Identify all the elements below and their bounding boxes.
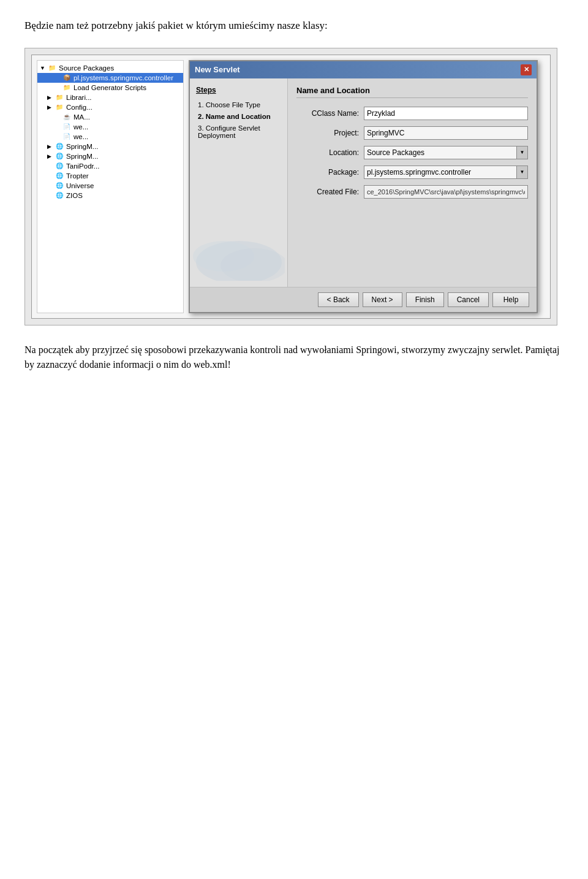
- step-label: Choose File Type: [206, 101, 260, 108]
- file-tree: ▼ 📁 Source Packages 📦 pl.jsystems.spring…: [37, 60, 184, 313]
- step-number: 3.: [198, 124, 204, 132]
- tree-arrow: ▶: [47, 94, 55, 101]
- tree-label: Config...: [66, 104, 92, 111]
- globe-icon: 🌐: [55, 162, 64, 170]
- location-label-text: Location:: [329, 148, 359, 157]
- dialog-body: Steps 1. Choose File Type 2. Name and Lo…: [190, 78, 537, 287]
- location-input[interactable]: [364, 146, 517, 159]
- tree-label: SpringM...: [66, 143, 98, 150]
- package-row: Package: ▼: [296, 166, 528, 179]
- tree-item-universe[interactable]: 🌐 Universe: [37, 181, 183, 191]
- content-title: Name and Location: [296, 86, 528, 98]
- new-servlet-dialog: New Servlet ✕ Steps 1. Choose File Type: [189, 60, 538, 313]
- globe-icon: 🌐: [55, 191, 64, 200]
- created-file-label-text: Created File:: [317, 188, 359, 196]
- tree-arrow: ▼: [40, 65, 47, 71]
- package-input[interactable]: [364, 166, 517, 179]
- created-file-row: Created File:: [296, 185, 528, 199]
- tree-label: Load Generator Scripts: [74, 84, 146, 91]
- step-label: Name and Location: [206, 113, 271, 120]
- location-input-container: ▼: [364, 146, 528, 159]
- finish-button[interactable]: Finish: [406, 292, 444, 307]
- page-wrapper: Będzie nam też potrzebny jakiś pakiet w …: [24, 18, 564, 879]
- tree-label: we...: [74, 133, 88, 140]
- created-file-label: Created File:: [296, 188, 364, 196]
- class-name-label: CClass Name:: [296, 109, 364, 118]
- project-input[interactable]: [364, 126, 528, 140]
- dialog-footer: < Back Next > Finish Cancel Help: [190, 287, 537, 312]
- tree-label: ZIOS: [66, 192, 83, 199]
- step-1: 1. Choose File Type: [196, 101, 281, 109]
- step-label: Configure Servlet Deployment: [198, 124, 260, 139]
- project-row: Project:: [296, 126, 528, 140]
- dialog-close-button[interactable]: ✕: [521, 64, 532, 75]
- tree-item-we1[interactable]: 📄 we...: [37, 122, 183, 132]
- dialog-steps-panel: Steps 1. Choose File Type 2. Name and Lo…: [190, 78, 288, 287]
- globe-icon: 🌐: [55, 181, 64, 190]
- tree-label: SpringM...: [66, 153, 98, 160]
- watermark-decoration: [193, 232, 285, 281]
- package-dropdown-button[interactable]: ▼: [517, 166, 528, 179]
- location-row: Location: ▼: [296, 146, 528, 159]
- tree-label: Librari...: [66, 94, 92, 101]
- class-name-label-underline: C: [312, 109, 317, 118]
- tree-label: Source Packages: [59, 64, 114, 72]
- page-header: Będzie nam też potrzebny jakiś pakiet w …: [24, 18, 564, 33]
- folder-icon: 📁: [62, 83, 72, 92]
- dialog-titlebar: New Servlet ✕: [190, 61, 537, 78]
- location-dropdown-button[interactable]: ▼: [517, 146, 528, 159]
- ide-window: ▼ 📁 Source Packages 📦 pl.jsystems.spring…: [31, 55, 551, 319]
- package-input-container: ▼: [364, 166, 528, 179]
- tree-item-springmv2[interactable]: ▶ 🌐 SpringM...: [37, 151, 183, 161]
- tree-item-ma[interactable]: ☕ MA...: [37, 112, 183, 122]
- class-name-label-text: Class Name:: [317, 109, 359, 118]
- globe-icon: 🌐: [55, 142, 64, 151]
- tree-item-zios[interactable]: 🌐 ZIOS: [37, 191, 183, 200]
- dialog-title: New Servlet: [195, 65, 240, 74]
- tree-item-config[interactable]: ▶ 📁 Config...: [37, 102, 183, 112]
- tree-item-source-packages[interactable]: ▼ 📁 Source Packages: [37, 63, 183, 73]
- file-icon: 📄: [62, 132, 72, 141]
- tree-label: MA...: [74, 113, 90, 121]
- tree-label: Universe: [66, 182, 94, 189]
- tree-item-tropter[interactable]: 🌐 Tropter: [37, 171, 183, 181]
- folder-icon: 📁: [47, 64, 57, 72]
- dialog-content-panel: Name and Location CClass Name:: [288, 78, 537, 287]
- tree-item-springmv1[interactable]: ▶ 🌐 SpringM...: [37, 142, 183, 151]
- steps-header: Steps: [196, 86, 281, 94]
- tree-item-libraries[interactable]: ▶ 📁 Librari...: [37, 93, 183, 102]
- help-button[interactable]: Help: [492, 292, 529, 307]
- java-icon: ☕: [62, 113, 72, 121]
- project-label: Project:: [296, 129, 364, 137]
- tree-item-load-gen[interactable]: 📁 Load Generator Scripts: [37, 83, 183, 93]
- project-label-text: Project:: [334, 129, 359, 137]
- class-name-input[interactable]: [364, 107, 528, 120]
- globe-icon: 🌐: [55, 152, 64, 161]
- tree-arrow: ▶: [47, 104, 55, 110]
- step-3: 3. Configure Servlet Deployment: [196, 124, 281, 140]
- tree-arrow: ▶: [47, 143, 55, 150]
- globe-icon: 🌐: [55, 172, 64, 180]
- cancel-button[interactable]: Cancel: [448, 292, 489, 307]
- package-label-text: Package:: [328, 168, 359, 177]
- tree-item-we2[interactable]: 📄 we...: [37, 132, 183, 142]
- created-file-input: [364, 185, 528, 199]
- class-name-row: CClass Name:: [296, 107, 528, 120]
- tree-label: Tropter: [66, 172, 89, 180]
- next-button[interactable]: Next >: [363, 292, 402, 307]
- back-button[interactable]: < Back: [318, 292, 359, 307]
- folder-icon: 📁: [55, 103, 64, 112]
- tree-item-package[interactable]: 📦 pl.jsystems.springmvc.controller: [37, 73, 183, 83]
- package-icon: 📦: [62, 74, 72, 82]
- tree-arrow: ▶: [47, 153, 55, 159]
- tree-label: TaniPodr...: [66, 162, 99, 170]
- project-input-container: [364, 126, 528, 140]
- tree-item-tanipodr[interactable]: 🌐 TaniPodr...: [37, 161, 183, 171]
- tree-label: we...: [74, 123, 88, 131]
- step-number: 2.: [198, 113, 204, 120]
- content-area: Będzie nam też potrzebny jakiś pakiet w …: [24, 18, 564, 879]
- step-number: 1.: [198, 101, 204, 108]
- file-icon: 📄: [62, 123, 72, 131]
- ide-main: ▼ 📁 Source Packages 📦 pl.jsystems.spring…: [32, 55, 550, 318]
- folder-icon: 📁: [55, 93, 64, 102]
